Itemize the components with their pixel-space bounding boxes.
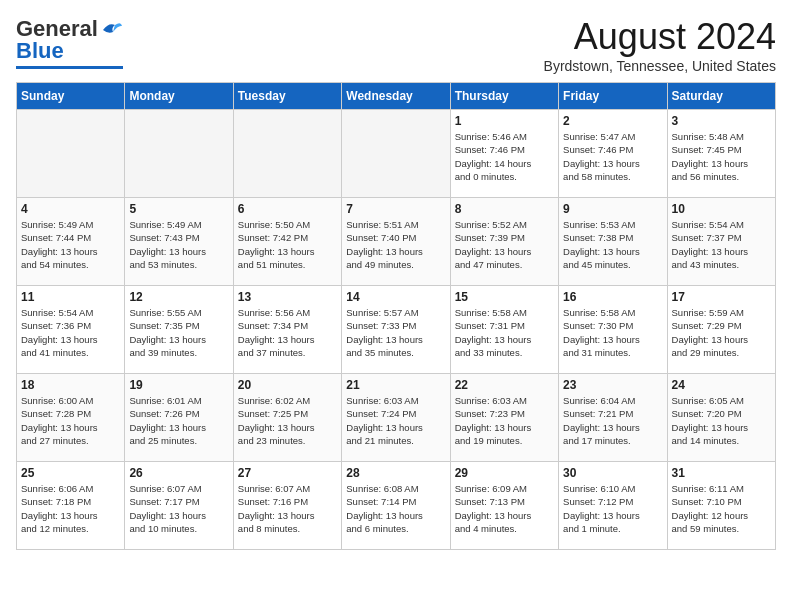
day-number: 25 xyxy=(21,466,120,480)
day-info: Sunrise: 5:47 AMSunset: 7:46 PMDaylight:… xyxy=(563,130,662,183)
calendar-cell xyxy=(17,110,125,198)
calendar-cell: 1Sunrise: 5:46 AMSunset: 7:46 PMDaylight… xyxy=(450,110,558,198)
calendar-cell: 5Sunrise: 5:49 AMSunset: 7:43 PMDaylight… xyxy=(125,198,233,286)
calendar-cell: 29Sunrise: 6:09 AMSunset: 7:13 PMDayligh… xyxy=(450,462,558,550)
calendar-body: 1Sunrise: 5:46 AMSunset: 7:46 PMDaylight… xyxy=(17,110,776,550)
calendar-cell: 9Sunrise: 5:53 AMSunset: 7:38 PMDaylight… xyxy=(559,198,667,286)
day-info: Sunrise: 5:56 AMSunset: 7:34 PMDaylight:… xyxy=(238,306,337,359)
day-number: 28 xyxy=(346,466,445,480)
day-info: Sunrise: 6:02 AMSunset: 7:25 PMDaylight:… xyxy=(238,394,337,447)
day-info: Sunrise: 5:52 AMSunset: 7:39 PMDaylight:… xyxy=(455,218,554,271)
day-number: 20 xyxy=(238,378,337,392)
day-number: 31 xyxy=(672,466,771,480)
calendar-cell: 26Sunrise: 6:07 AMSunset: 7:17 PMDayligh… xyxy=(125,462,233,550)
day-number: 30 xyxy=(563,466,662,480)
calendar-header: Sunday Monday Tuesday Wednesday Thursday… xyxy=(17,83,776,110)
calendar-cell xyxy=(342,110,450,198)
calendar-cell: 11Sunrise: 5:54 AMSunset: 7:36 PMDayligh… xyxy=(17,286,125,374)
day-info: Sunrise: 6:04 AMSunset: 7:21 PMDaylight:… xyxy=(563,394,662,447)
day-info: Sunrise: 6:11 AMSunset: 7:10 PMDaylight:… xyxy=(672,482,771,535)
page-header: General Blue August 2024 Byrdstown, Tenn… xyxy=(16,16,776,74)
col-monday: Monday xyxy=(125,83,233,110)
calendar-cell: 16Sunrise: 5:58 AMSunset: 7:30 PMDayligh… xyxy=(559,286,667,374)
day-info: Sunrise: 6:10 AMSunset: 7:12 PMDaylight:… xyxy=(563,482,662,535)
day-info: Sunrise: 6:03 AMSunset: 7:24 PMDaylight:… xyxy=(346,394,445,447)
logo-blue: Blue xyxy=(16,38,64,64)
day-number: 24 xyxy=(672,378,771,392)
calendar-cell: 19Sunrise: 6:01 AMSunset: 7:26 PMDayligh… xyxy=(125,374,233,462)
day-info: Sunrise: 5:54 AMSunset: 7:36 PMDaylight:… xyxy=(21,306,120,359)
day-number: 14 xyxy=(346,290,445,304)
calendar-cell: 12Sunrise: 5:55 AMSunset: 7:35 PMDayligh… xyxy=(125,286,233,374)
day-info: Sunrise: 5:48 AMSunset: 7:45 PMDaylight:… xyxy=(672,130,771,183)
calendar-cell xyxy=(233,110,341,198)
calendar-cell: 25Sunrise: 6:06 AMSunset: 7:18 PMDayligh… xyxy=(17,462,125,550)
title-block: August 2024 Byrdstown, Tennessee, United… xyxy=(544,16,776,74)
day-number: 10 xyxy=(672,202,771,216)
calendar-week-4: 25Sunrise: 6:06 AMSunset: 7:18 PMDayligh… xyxy=(17,462,776,550)
day-number: 16 xyxy=(563,290,662,304)
location-subtitle: Byrdstown, Tennessee, United States xyxy=(544,58,776,74)
day-info: Sunrise: 6:06 AMSunset: 7:18 PMDaylight:… xyxy=(21,482,120,535)
day-info: Sunrise: 5:57 AMSunset: 7:33 PMDaylight:… xyxy=(346,306,445,359)
day-info: Sunrise: 5:49 AMSunset: 7:43 PMDaylight:… xyxy=(129,218,228,271)
col-sunday: Sunday xyxy=(17,83,125,110)
day-info: Sunrise: 5:58 AMSunset: 7:31 PMDaylight:… xyxy=(455,306,554,359)
calendar-cell: 6Sunrise: 5:50 AMSunset: 7:42 PMDaylight… xyxy=(233,198,341,286)
calendar-cell: 8Sunrise: 5:52 AMSunset: 7:39 PMDaylight… xyxy=(450,198,558,286)
calendar-cell: 28Sunrise: 6:08 AMSunset: 7:14 PMDayligh… xyxy=(342,462,450,550)
logo-underline xyxy=(16,66,123,69)
day-info: Sunrise: 6:07 AMSunset: 7:16 PMDaylight:… xyxy=(238,482,337,535)
day-number: 17 xyxy=(672,290,771,304)
calendar-cell: 20Sunrise: 6:02 AMSunset: 7:25 PMDayligh… xyxy=(233,374,341,462)
col-wednesday: Wednesday xyxy=(342,83,450,110)
day-info: Sunrise: 5:54 AMSunset: 7:37 PMDaylight:… xyxy=(672,218,771,271)
day-info: Sunrise: 5:59 AMSunset: 7:29 PMDaylight:… xyxy=(672,306,771,359)
month-year-title: August 2024 xyxy=(544,16,776,58)
day-info: Sunrise: 5:58 AMSunset: 7:30 PMDaylight:… xyxy=(563,306,662,359)
calendar-cell: 15Sunrise: 5:58 AMSunset: 7:31 PMDayligh… xyxy=(450,286,558,374)
calendar-cell: 10Sunrise: 5:54 AMSunset: 7:37 PMDayligh… xyxy=(667,198,775,286)
day-number: 22 xyxy=(455,378,554,392)
calendar-week-2: 11Sunrise: 5:54 AMSunset: 7:36 PMDayligh… xyxy=(17,286,776,374)
col-friday: Friday xyxy=(559,83,667,110)
calendar-cell: 22Sunrise: 6:03 AMSunset: 7:23 PMDayligh… xyxy=(450,374,558,462)
col-tuesday: Tuesday xyxy=(233,83,341,110)
calendar-cell: 17Sunrise: 5:59 AMSunset: 7:29 PMDayligh… xyxy=(667,286,775,374)
day-number: 12 xyxy=(129,290,228,304)
col-thursday: Thursday xyxy=(450,83,558,110)
logo: General Blue xyxy=(16,16,123,69)
calendar-cell xyxy=(125,110,233,198)
calendar-cell: 23Sunrise: 6:04 AMSunset: 7:21 PMDayligh… xyxy=(559,374,667,462)
calendar-week-3: 18Sunrise: 6:00 AMSunset: 7:28 PMDayligh… xyxy=(17,374,776,462)
calendar-cell: 18Sunrise: 6:00 AMSunset: 7:28 PMDayligh… xyxy=(17,374,125,462)
day-number: 27 xyxy=(238,466,337,480)
day-number: 5 xyxy=(129,202,228,216)
day-info: Sunrise: 6:05 AMSunset: 7:20 PMDaylight:… xyxy=(672,394,771,447)
day-info: Sunrise: 5:50 AMSunset: 7:42 PMDaylight:… xyxy=(238,218,337,271)
day-number: 11 xyxy=(21,290,120,304)
calendar-table: Sunday Monday Tuesday Wednesday Thursday… xyxy=(16,82,776,550)
calendar-cell: 3Sunrise: 5:48 AMSunset: 7:45 PMDaylight… xyxy=(667,110,775,198)
day-number: 4 xyxy=(21,202,120,216)
logo-bird-icon xyxy=(101,20,123,38)
day-info: Sunrise: 6:07 AMSunset: 7:17 PMDaylight:… xyxy=(129,482,228,535)
day-number: 3 xyxy=(672,114,771,128)
day-number: 26 xyxy=(129,466,228,480)
day-info: Sunrise: 6:03 AMSunset: 7:23 PMDaylight:… xyxy=(455,394,554,447)
day-number: 9 xyxy=(563,202,662,216)
day-info: Sunrise: 6:01 AMSunset: 7:26 PMDaylight:… xyxy=(129,394,228,447)
calendar-cell: 14Sunrise: 5:57 AMSunset: 7:33 PMDayligh… xyxy=(342,286,450,374)
calendar-cell: 27Sunrise: 6:07 AMSunset: 7:16 PMDayligh… xyxy=(233,462,341,550)
calendar-week-0: 1Sunrise: 5:46 AMSunset: 7:46 PMDaylight… xyxy=(17,110,776,198)
day-info: Sunrise: 6:08 AMSunset: 7:14 PMDaylight:… xyxy=(346,482,445,535)
calendar-cell: 13Sunrise: 5:56 AMSunset: 7:34 PMDayligh… xyxy=(233,286,341,374)
day-number: 2 xyxy=(563,114,662,128)
col-saturday: Saturday xyxy=(667,83,775,110)
day-info: Sunrise: 5:53 AMSunset: 7:38 PMDaylight:… xyxy=(563,218,662,271)
calendar-cell: 2Sunrise: 5:47 AMSunset: 7:46 PMDaylight… xyxy=(559,110,667,198)
day-info: Sunrise: 5:49 AMSunset: 7:44 PMDaylight:… xyxy=(21,218,120,271)
day-number: 18 xyxy=(21,378,120,392)
day-number: 19 xyxy=(129,378,228,392)
day-number: 21 xyxy=(346,378,445,392)
